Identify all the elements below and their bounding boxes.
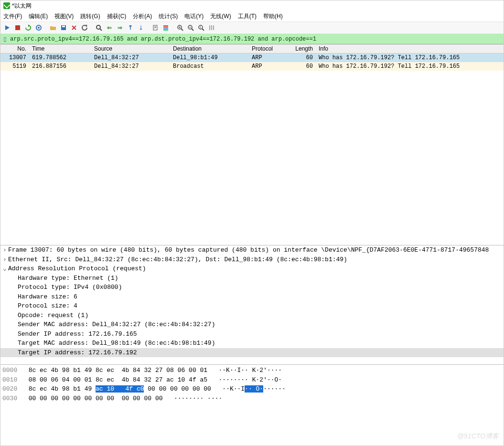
tree-arp-field[interactable]: Protocol size: 4 [0,301,504,311]
svg-point-10 [97,25,100,29]
find-button[interactable] [94,23,104,32]
window-title: *以太网 [12,2,32,10]
restart-capture-button[interactable] [23,23,33,32]
tree-arp-field[interactable]: Opcode: request (1) [0,311,504,320]
tree-arp-field-selected[interactable]: Target IP address: 172.16.79.192 [0,348,504,358]
svg-marker-9 [86,24,87,27]
tree-ethernet[interactable]: › Ethernet II, Src: Dell_84:32:27 (8c:ec… [0,255,504,265]
titlebar: *以太网 [0,0,504,11]
packet-row[interactable]: 5119 216.887156 Dell_84:32:27 Broadcast … [0,62,504,71]
expand-icon[interactable]: › [1,255,8,265]
tree-arp-field[interactable]: Protocol type: IPv4 (0x0800) [0,283,504,292]
stop-capture-button[interactable] [13,23,22,32]
menubar: 文件(F) 编辑(E) 视图(V) 跳转(G) 捕获(C) 分析(A) 统计(S… [0,11,504,21]
column-dest[interactable]: Destination [170,44,249,53]
open-file-button[interactable] [48,23,58,32]
svg-marker-2 [28,24,30,27]
save-file-button[interactable] [59,23,68,32]
capture-options-button[interactable] [34,23,43,32]
display-filter-bar: ▯ [0,34,504,44]
menu-telephony[interactable]: 电话(Y) [184,12,204,21]
menu-view[interactable]: 视图(V) [54,12,74,21]
tree-arp-field[interactable]: Target MAC address: Dell_98:b1:49 (8c:ec… [0,339,504,348]
svg-rect-1 [15,25,20,30]
menu-capture[interactable]: 捕获(C) [107,12,127,21]
column-info[interactable]: Info [316,44,504,53]
column-proto[interactable]: Protocol [249,44,287,53]
svg-rect-15 [163,25,168,27]
column-length[interactable]: Length [287,44,316,53]
svg-line-21 [181,29,183,31]
colorize-button[interactable] [161,23,171,32]
svg-line-11 [100,29,102,31]
wireshark-icon [3,2,10,9]
menu-tools[interactable]: 工具(T) [238,12,257,21]
hex-row[interactable]: 0000 8c ec 4b 98 b1 49 8c ec 4b 84 32 27… [2,366,502,375]
toolbar: ⇐ ⇒ ⤒ ⤓ 1 [0,21,504,34]
tree-arp-field[interactable]: Sender MAC address: Dell_84:32:27 (8c:ec… [0,320,504,329]
zoom-reset-button[interactable]: 1 [196,23,206,32]
menu-help[interactable]: 帮助(H) [263,12,283,21]
go-to-packet-button[interactable]: ⤒ [126,23,135,32]
go-first-button[interactable]: ⤓ [136,23,146,32]
column-source[interactable]: Source [91,44,170,53]
svg-marker-0 [5,25,10,30]
hex-selected-bytes: ac 10 4f c0 [96,385,144,393]
watermark: @51CTO博客 [457,432,499,441]
display-filter-input[interactable] [9,36,504,42]
menu-stats[interactable]: 统计(S) [159,12,178,21]
column-no[interactable]: No. [0,44,29,53]
menu-edit[interactable]: 编辑(E) [29,12,48,21]
menu-file[interactable]: 文件(F) [3,12,22,21]
resize-columns-button[interactable] [207,23,216,32]
go-forward-button[interactable]: ⇒ [115,23,125,32]
tree-arp-field[interactable]: Sender IP address: 172.16.79.165 [0,329,504,339]
auto-scroll-button[interactable] [150,23,160,32]
column-time[interactable]: Time [29,44,91,53]
tree-arp-field[interactable]: Hardware size: 6 [0,292,504,302]
menu-go[interactable]: 跳转(G) [80,12,100,21]
menu-wireless[interactable]: 无线(W) [210,12,231,21]
menu-analyze[interactable]: 分析(A) [133,12,152,21]
expand-icon[interactable]: › [1,245,8,255]
tree-arp[interactable]: ⌄ Address Resolution Protocol (request) [0,264,504,274]
zoom-in-button[interactable] [175,23,185,32]
hex-row[interactable]: 0010 08 00 06 04 00 01 8c ec 4b 84 32 27… [2,375,502,385]
reload-button[interactable] [80,23,89,32]
svg-rect-17 [163,29,168,31]
packet-details-pane[interactable]: › Frame 13007: 60 bytes on wire (480 bit… [0,245,504,364]
hex-row[interactable]: 0020 8c ec 4b 98 b1 49 ac 10 4f c0 00 00… [2,384,502,394]
collapse-icon[interactable]: ⌄ [1,264,8,274]
svg-line-27 [202,29,204,31]
packet-row[interactable]: 13007 619.788562 Dell_84:32:27 Dell_98:b… [0,53,504,62]
hex-row[interactable]: 0030 00 00 00 00 00 00 00 00 00 00 00 00… [2,394,502,404]
tree-frame[interactable]: › Frame 13007: 60 bytes on wire (480 bit… [0,245,504,255]
svg-rect-6 [62,26,65,27]
go-back-button[interactable]: ⇐ [105,23,114,32]
packet-list-pane[interactable]: No. Time Source Destination Protocol Len… [0,44,504,245]
tree-arp-field[interactable]: Hardware type: Ethernet (1) [0,274,504,283]
packet-list-header: No. Time Source Destination Protocol Len… [0,44,504,53]
zoom-out-button[interactable] [186,23,195,32]
svg-rect-16 [163,27,168,29]
svg-point-4 [38,27,40,29]
svg-text:1: 1 [200,26,202,29]
close-file-button[interactable] [69,23,79,32]
hex-pane[interactable]: 0000 8c ec 4b 98 b1 49 8c ec 4b 84 32 27… [0,364,504,417]
svg-line-24 [192,29,193,31]
bookmark-icon[interactable]: ▯ [0,36,9,42]
start-capture-button[interactable] [2,23,12,32]
